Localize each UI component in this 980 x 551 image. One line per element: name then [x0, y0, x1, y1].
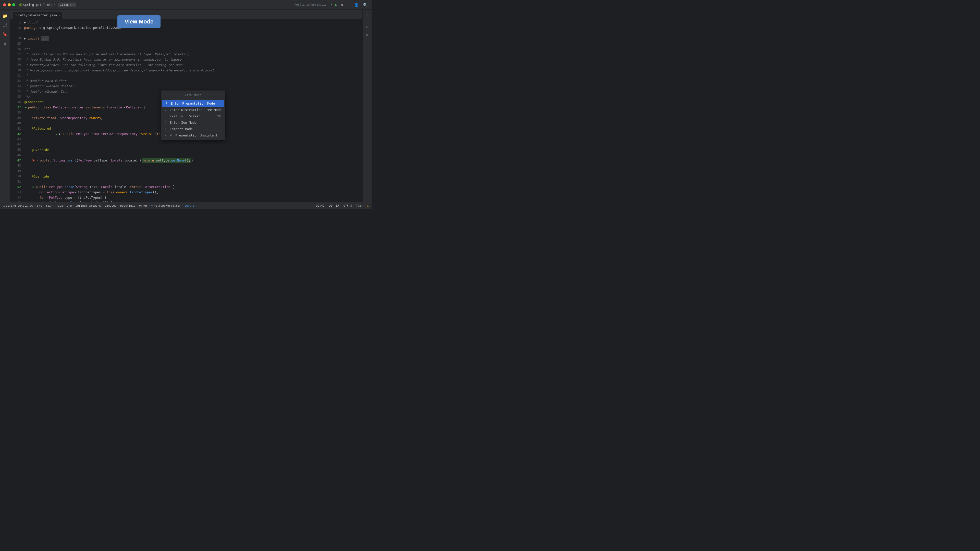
- code-line: for (PetType type : findPetTypes) {: [23, 195, 363, 200]
- menu-item-label: Compact Mode: [170, 127, 192, 131]
- right-sidebar: ✓ ⊟ ×: [363, 10, 372, 202]
- breadcrumb: src › main › java › org › springframewor…: [37, 204, 195, 207]
- branch-selector[interactable]: ⎇ main ▾: [58, 3, 76, 7]
- left-sidebar: 📁 ⎇ 🔖 ⊞ ⋯: [0, 10, 10, 202]
- code-line: /**: [23, 46, 363, 52]
- app-name: PetClinicApplication: [294, 3, 328, 6]
- line-numbers: 1 16 17 18 25 26 27 28 29 30 31 32 33 34…: [10, 19, 23, 202]
- bookmark-gutter-icon[interactable]: 🔖: [32, 159, 35, 162]
- menu-item-label: Enter Presentation Mode: [171, 102, 215, 105]
- title-bar: 🌿 spring-petclinic ▾ ⎇ main ▾ PetClinicA…: [0, 0, 372, 10]
- breadcrumb-item[interactable]: petclinic: [120, 204, 135, 207]
- code-line: 🔖 ⚠ public String print(PetType petType,…: [23, 158, 363, 163]
- view-mode-button[interactable]: View Mode: [118, 15, 161, 28]
- code-line: @Override: [23, 174, 363, 179]
- status-indent[interactable]: Tab+: [356, 204, 363, 207]
- menu-item-label: Exit Full Screen: [170, 114, 200, 118]
- code-line: ▶ import ...: [23, 36, 363, 41]
- breadcrumb-item[interactable]: java: [56, 204, 63, 207]
- tab-close-button[interactable]: ×: [59, 14, 60, 17]
- profile-button[interactable]: 👤: [353, 2, 360, 7]
- code-line: [23, 168, 363, 174]
- sidebar-item-structure[interactable]: ⊞: [1, 39, 9, 48]
- warning-status-icon: ⚠: [367, 204, 369, 207]
- status-bar: ⚠ spring-petclinic src › main › java › o…: [0, 202, 372, 209]
- breadcrumb-item[interactable]: springframework: [76, 204, 101, 207]
- presentation-icon[interactable]: ⊟: [364, 23, 371, 30]
- run-gutter-icon[interactable]: ▶: [32, 185, 35, 189]
- code-line: [23, 30, 363, 36]
- breadcrumb-item[interactable]: main: [46, 204, 52, 207]
- breadcrumb-item[interactable]: org: [67, 204, 72, 207]
- tab-label: PetTypeFormatter.java: [18, 14, 57, 17]
- menu-item-presentation-assistant[interactable]: ✓ 6 Presentation Assistant: [161, 132, 225, 138]
- editor-area: J PetTypeFormatter.java × View Mode View…: [10, 10, 363, 202]
- checkmark-icon: ✓: [165, 134, 168, 137]
- warning-gutter-icon: ⚠: [36, 159, 39, 162]
- maximize-button[interactable]: [12, 3, 15, 6]
- sidebar-item-plugins[interactable]: ⋯: [1, 192, 9, 200]
- code-line: ▶ public PetType parse(String text, Loca…: [23, 184, 363, 190]
- code-line: [23, 179, 363, 184]
- traffic-lights: [3, 3, 15, 6]
- code-line: [23, 152, 363, 158]
- close-widget-icon[interactable]: ×: [364, 32, 371, 38]
- status-git[interactable]: ⎇: [329, 204, 332, 207]
- code-line: *: [23, 73, 363, 78]
- status-line-ending[interactable]: LF: [336, 204, 339, 207]
- tab-pet-type-formatter[interactable]: J PetTypeFormatter.java ×: [12, 12, 63, 19]
- code-line: Collection<PetType> findPetTypes = this.…: [23, 190, 363, 195]
- menu-item-distraction-free[interactable]: 2 Enter Distraction Free Mode: [161, 106, 225, 113]
- menu-title: View Mode: [161, 92, 225, 99]
- code-line: * Instructs Spring MVC on how to parse a…: [23, 52, 363, 57]
- breadcrumb-element[interactable]: owners: [185, 204, 195, 207]
- code-line: * PropertyEditors. See the following lin…: [23, 62, 363, 68]
- code-line: if (type.getName().equals(text)) {: [23, 200, 363, 202]
- breadcrumb-item[interactable]: samples: [105, 204, 116, 207]
- git-icon: ⚠: [3, 204, 5, 207]
- sidebar-item-vcs[interactable]: ⎇: [1, 21, 9, 29]
- code-line: @Override: [23, 147, 363, 152]
- search-button[interactable]: 🔍: [362, 2, 369, 7]
- breadcrumb-item[interactable]: src: [37, 204, 42, 207]
- menu-item-presentation[interactable]: 1 Enter Presentation Mode: [162, 100, 224, 106]
- status-project[interactable]: ⚠ spring-petclinic: [3, 204, 33, 207]
- sidebar-item-project[interactable]: 📁: [1, 12, 9, 20]
- shortcut-label: ⌃⌘F: [216, 114, 221, 118]
- debug-button[interactable]: ⚙: [340, 2, 344, 7]
- menu-item-exit-fullscreen[interactable]: 3 Exit Full Screen ⌃⌘F: [161, 113, 225, 119]
- status-encoding[interactable]: UTF-8: [344, 204, 352, 207]
- java-file-icon: J: [15, 14, 17, 17]
- breadcrumb-file[interactable]: ⊙ PetTypeFormatter: [151, 204, 181, 207]
- code-line: * https://docs.spring.io/spring-framewor…: [23, 68, 363, 73]
- vcs-check-icon[interactable]: ✓: [364, 12, 371, 19]
- menu-item-label: Enter Distraction Free Mode: [170, 108, 221, 112]
- status-line-col[interactable]: 39:42: [316, 204, 325, 207]
- run-button[interactable]: ▶: [335, 3, 337, 7]
- run-gutter-icon[interactable]: ▶: [55, 132, 58, 136]
- code-line: ▶ /.../: [23, 20, 363, 25]
- title-bar-right: PetClinicApplication ▾ ▶ ⚙ ⋯ 👤 🔍: [294, 2, 369, 7]
- code-line: [23, 142, 363, 147]
- code-line: * from Spring 3.0, Formatters have come …: [23, 57, 363, 62]
- code-line: * @author Mark Fisher: [23, 78, 363, 84]
- menu-item-zen-mode[interactable]: 4 Enter Zen Mode: [161, 119, 225, 126]
- code-line: [23, 41, 363, 46]
- close-button[interactable]: [3, 3, 6, 6]
- menu-item-compact[interactable]: 5 Compact Mode: [161, 126, 225, 132]
- project-name[interactable]: 🌿 spring-petclinic ▾: [18, 3, 55, 6]
- main-layout: 📁 ⎇ 🔖 ⊞ ⋯ J PetTypeFormatter.java × View…: [0, 10, 372, 202]
- breadcrumb-item[interactable]: owner: [139, 204, 148, 207]
- minimize-button[interactable]: [8, 3, 11, 6]
- menu-item-label: Enter Zen Mode: [170, 121, 197, 124]
- code-line: [23, 163, 363, 168]
- more-options-button[interactable]: ⋯: [347, 2, 351, 7]
- run-gutter-icon[interactable]: ▶: [24, 106, 27, 109]
- tab-bar: J PetTypeFormatter.java ×: [10, 10, 363, 19]
- menu-item-label: Presentation Assistant: [175, 133, 218, 137]
- code-line: * @author Juergen Hoeller: [23, 84, 363, 89]
- sidebar-item-bookmarks[interactable]: 🔖: [1, 30, 9, 38]
- status-warnings[interactable]: ⚠: [367, 204, 369, 207]
- view-mode-context-menu: View Mode 1 Enter Presentation Mode 2 En…: [161, 91, 225, 140]
- code-line: package org.springframework.samples.petc…: [23, 25, 363, 30]
